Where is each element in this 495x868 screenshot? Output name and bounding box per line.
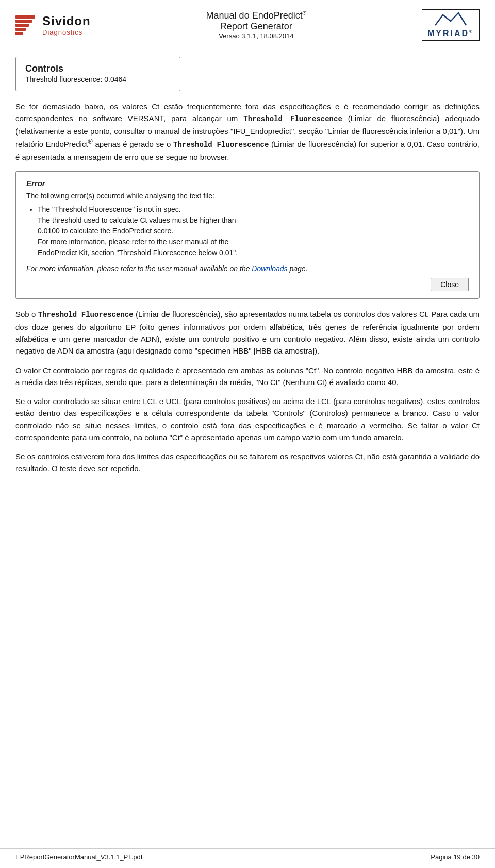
error-item-sub: The threshold used to calculate Ct value… (38, 216, 238, 257)
error-title: Error (26, 179, 469, 188)
myriad-text: MYRIAD® (427, 29, 474, 38)
error-item-main: The "Threshold Fluorescence" is not in s… (38, 205, 181, 213)
paragraph-3: O valor Ct controlado por regras de qual… (15, 364, 480, 389)
error-intro: The following error(s) occurred while an… (26, 192, 469, 200)
paragraph-5: Se os controlos estiverem fora dos limit… (15, 450, 480, 475)
myriad-box: MYRIAD® (422, 9, 480, 41)
downloads-link[interactable]: Downloads (252, 264, 287, 273)
close-button[interactable]: Close (431, 278, 469, 291)
header-title-block: Manual do EndoPredict® Report Generator … (91, 10, 422, 40)
sividon-diagnostics: Diagnostics (42, 28, 91, 36)
myriad-mountain-icon (433, 12, 469, 26)
error-list: The "Threshold Fluorescence" is not in s… (38, 204, 469, 258)
error-close-row: Close (26, 278, 469, 291)
paragraph-2: Sob o Threshold Fluorescence (Limiar de … (15, 308, 480, 357)
paragraph-1: Se for demasiado baixo, os valores Ct es… (15, 101, 480, 163)
controls-box: Controls Threshold fluorescence: 0.0464 (15, 57, 180, 91)
error-box: Error The following error(s) occurred wh… (15, 171, 480, 299)
page-header: Sividon Diagnostics Manual do EndoPredic… (0, 0, 495, 46)
error-list-item: The "Threshold Fluorescence" is not in s… (38, 204, 469, 258)
sividon-stripes-icon (15, 15, 35, 35)
header-title-line2: Report Generator (91, 21, 422, 32)
sividon-logo: Sividon Diagnostics (15, 14, 91, 36)
page-content: Controls Threshold fluorescence: 0.0464 … (0, 46, 495, 492)
footer-filename: EPReportGeneratorManual_V3.1.1_PT.pdf (15, 853, 142, 861)
controls-title: Controls (25, 63, 171, 74)
myriad-logo: MYRIAD® (422, 9, 480, 41)
footer-page: Página 19 de 30 (431, 853, 480, 861)
controls-subtitle: Threshold fluorescence: 0.0464 (25, 75, 171, 84)
sividon-name: Sividon (42, 14, 91, 28)
paragraph-4: Se o valor controlado se situar entre LC… (15, 395, 480, 443)
header-title-line1: Manual do EndoPredict® (91, 10, 422, 21)
error-footer: For more information, please refer to th… (26, 264, 469, 273)
page-footer: EPReportGeneratorManual_V3.1.1_PT.pdf Pá… (0, 848, 495, 861)
header-version: Versão 3.1.1, 18.08.2014 (91, 32, 422, 40)
